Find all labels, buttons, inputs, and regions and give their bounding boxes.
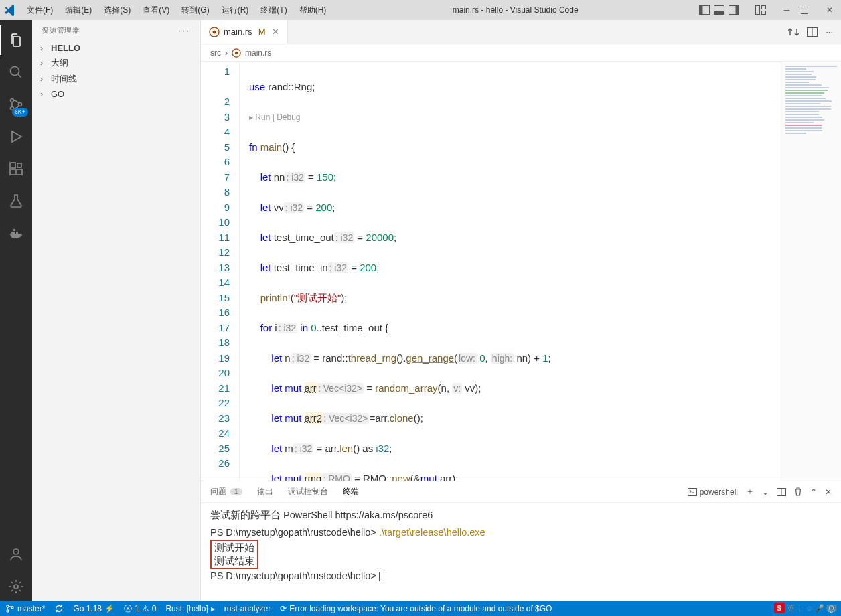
terminal-content[interactable]: 尝试新的跨平台 PowerShell https://aka.ms/pscore… xyxy=(201,503,841,601)
codelens-run-debug[interactable]: ▸ Run | Debug xyxy=(249,110,781,125)
split-editor-icon[interactable] xyxy=(807,27,818,37)
svg-rect-5 xyxy=(736,6,739,15)
maximize-panel-icon[interactable]: ⌃ xyxy=(810,487,817,497)
rust-file-icon xyxy=(209,27,220,37)
activity-extensions[interactable] xyxy=(0,154,32,183)
kill-terminal-icon[interactable] xyxy=(794,487,802,496)
terminal-profile-label[interactable]: powershell xyxy=(688,487,738,497)
svg-point-13 xyxy=(19,103,22,106)
activitybar: 6K+ xyxy=(0,20,32,601)
activity-testing[interactable] xyxy=(0,186,32,216)
panel-tab-terminal[interactable]: 终端 xyxy=(343,481,359,502)
explorer-tree: ›HELLO ›大纲 ›时间线 ›GO xyxy=(32,41,200,101)
panel-tabs: 问题1 输出 调试控制台 终端 powershell ＋ ⌄ ⌃ ✕ xyxy=(201,481,841,503)
menu-terminal[interactable]: 终端(T) xyxy=(255,2,292,19)
activity-explorer[interactable] xyxy=(0,25,32,55)
tab-close-icon[interactable]: ✕ xyxy=(272,27,279,37)
terminal-command: .\target\release\hello.exe xyxy=(379,527,485,538)
minimap[interactable] xyxy=(781,62,841,481)
menu-view[interactable]: 查看(V) xyxy=(137,2,175,19)
maximize-icon[interactable] xyxy=(801,7,816,14)
svg-rect-30 xyxy=(688,488,696,495)
toggle-panel-icon[interactable] xyxy=(714,5,724,15)
tree-node-outline[interactable]: ›大纲 xyxy=(32,55,200,71)
menu-help[interactable]: 帮助(H) xyxy=(294,2,332,19)
svg-rect-16 xyxy=(17,169,22,175)
menu-go[interactable]: 转到(G) xyxy=(176,2,214,19)
svg-point-10 xyxy=(11,67,19,76)
bottom-panel: 问题1 输出 调试控制台 终端 powershell ＋ ⌄ ⌃ ✕ 尝试新的跨… xyxy=(201,481,841,601)
chevron-right-icon: › xyxy=(40,58,48,68)
chevron-right-icon: › xyxy=(225,48,228,58)
code-content[interactable]: use rand::Rng; ▸ Run | Debug fn main() {… xyxy=(240,62,781,481)
window-controls: ─ ✕ xyxy=(779,5,837,15)
toggle-primary-sidebar-icon[interactable] xyxy=(699,5,710,15)
activity-search[interactable] xyxy=(0,58,32,87)
sidebar-title: 资源管理器 xyxy=(42,25,80,35)
code-area[interactable]: 1 23456789101112131415161718192021222324… xyxy=(201,62,841,481)
sidebar-more-icon[interactable]: ··· xyxy=(179,27,191,35)
svg-rect-20 xyxy=(16,232,18,234)
more-actions-icon[interactable]: ··· xyxy=(826,27,833,37)
tree-node-hello[interactable]: ›HELLO xyxy=(32,41,200,55)
menu-edit[interactable]: 编辑(E) xyxy=(60,2,97,19)
terminal-dropdown-icon[interactable]: ⌄ xyxy=(762,487,769,497)
activity-run-debug[interactable] xyxy=(0,122,32,151)
svg-rect-15 xyxy=(10,169,15,175)
status-error-message[interactable]: ⟳ Error loading workspace: You are outsi… xyxy=(280,604,552,613)
status-rust-analyzer[interactable]: rust-analyzer xyxy=(224,604,271,613)
svg-point-23 xyxy=(14,585,18,589)
panel-tab-problems[interactable]: 问题1 xyxy=(210,481,242,502)
customize-layout-icon[interactable] xyxy=(755,5,766,15)
panel-tab-output[interactable]: 输出 xyxy=(257,481,273,502)
rust-file-icon xyxy=(232,48,241,58)
new-terminal-icon[interactable]: ＋ xyxy=(746,486,754,497)
svg-rect-8 xyxy=(762,11,766,15)
svg-rect-18 xyxy=(11,232,13,234)
activity-settings[interactable] xyxy=(0,572,32,601)
split-terminal-icon[interactable] xyxy=(777,488,786,496)
chevron-right-icon: › xyxy=(40,90,48,99)
sidebar-explorer: 资源管理器 ··· ›HELLO ›大纲 ›时间线 ›GO xyxy=(32,20,201,601)
vscode-logo-icon xyxy=(4,4,16,16)
terminal-cursor xyxy=(379,572,384,581)
status-sync-icon[interactable] xyxy=(54,604,64,613)
breadcrumb-file[interactable]: main.rs xyxy=(245,48,271,58)
status-go-version[interactable]: Go 1.18 ⚡ xyxy=(73,604,114,613)
menu-run[interactable]: 运行(R) xyxy=(216,2,254,19)
status-rust-project[interactable]: Rust: [hello] ▸ xyxy=(165,604,214,613)
breadcrumb[interactable]: src › main.rs xyxy=(201,44,841,62)
activity-accounts[interactable] xyxy=(0,540,32,569)
svg-rect-21 xyxy=(13,229,15,231)
terminal-intro: 尝试新的跨平台 PowerShell https://aka.ms/pscore… xyxy=(210,508,832,522)
status-notifications-icon[interactable] xyxy=(827,605,836,613)
status-branch[interactable]: master* xyxy=(5,604,45,613)
svg-rect-7 xyxy=(762,6,766,9)
statusbar: master* Go 1.18 ⚡ ⓧ1 ⚠0 Rust: [hello] ▸ … xyxy=(0,601,841,616)
titlebar: 文件(F) 编辑(E) 选择(S) 查看(V) 转到(G) 运行(R) 终端(T… xyxy=(0,0,841,20)
close-panel-icon[interactable]: ✕ xyxy=(825,487,832,497)
compare-changes-icon[interactable] xyxy=(788,27,799,37)
svg-point-25 xyxy=(213,30,216,33)
activity-scm[interactable]: 6K+ xyxy=(0,90,32,119)
activity-docker[interactable] xyxy=(0,218,32,248)
tree-node-go[interactable]: ›GO xyxy=(32,87,200,101)
toggle-secondary-sidebar-icon[interactable] xyxy=(729,5,739,15)
tree-node-timeline[interactable]: ›时间线 xyxy=(32,71,200,87)
svg-point-22 xyxy=(13,549,19,554)
svg-rect-6 xyxy=(756,6,760,15)
tab-bar: main.rs M ✕ ··· xyxy=(201,20,841,44)
minimize-icon[interactable]: ─ xyxy=(779,5,794,15)
tab-modified-badge: M xyxy=(258,27,266,37)
svg-rect-9 xyxy=(801,7,808,13)
main-menu: 文件(F) 编辑(E) 选择(S) 查看(V) 转到(G) 运行(R) 终端(T… xyxy=(21,2,331,19)
menu-file[interactable]: 文件(F) xyxy=(21,2,58,19)
close-icon[interactable]: ✕ xyxy=(822,5,837,15)
svg-rect-14 xyxy=(10,163,15,168)
panel-tab-debug-console[interactable]: 调试控制台 xyxy=(288,481,328,502)
breadcrumb-src[interactable]: src xyxy=(210,48,221,58)
editor-group: main.rs M ✕ ··· src › main.rs 1 23456789… xyxy=(201,20,841,601)
status-problems[interactable]: ⓧ1 ⚠0 xyxy=(124,603,156,615)
menu-selection[interactable]: 选择(S) xyxy=(98,2,136,19)
tab-main-rs[interactable]: main.rs M ✕ xyxy=(201,20,288,44)
